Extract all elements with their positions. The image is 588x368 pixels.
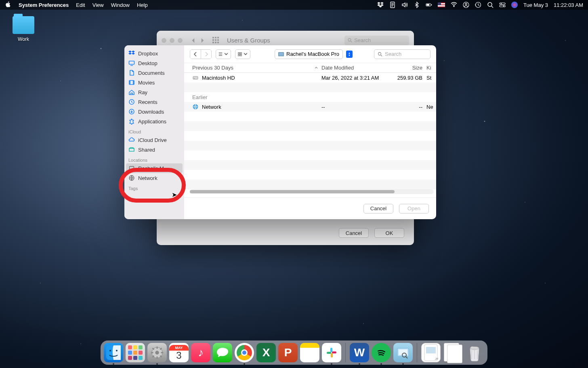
sidebar-item-icloud[interactable]: iCloud Drive: [124, 135, 184, 145]
spotlight-icon[interactable]: [487, 2, 494, 8]
dock-word[interactable]: W: [350, 343, 369, 362]
col-name-header[interactable]: Previous 30 Days: [192, 65, 233, 71]
col-kind-header[interactable]: Ki: [426, 65, 436, 71]
battery-icon[interactable]: [426, 2, 432, 8]
wifi-icon[interactable]: [451, 2, 457, 8]
svg-rect-35: [332, 351, 336, 353]
group-dropdown[interactable]: [235, 49, 250, 59]
dialog-search[interactable]: Search: [374, 49, 430, 59]
svg-point-9: [501, 3, 502, 4]
back-button[interactable]: [190, 50, 201, 59]
dropbox-icon[interactable]: [377, 2, 384, 8]
sidebar-item-documents[interactable]: Documents: [124, 68, 184, 78]
bg-search[interactable]: Search: [344, 36, 409, 45]
dock-finder[interactable]: [104, 343, 123, 362]
desktop-icon: [128, 60, 135, 66]
list-header[interactable]: Previous 30 Days Date Modified Size Ki: [184, 63, 436, 73]
dock-system-preferences[interactable]: [147, 343, 167, 362]
downloads-icon: [128, 108, 135, 115]
sidebar-item-recents[interactable]: Recents: [124, 97, 184, 107]
sidebar-item-applications[interactable]: Applications: [124, 116, 184, 126]
dock-messages[interactable]: [213, 343, 232, 362]
dock-excel[interactable]: X: [256, 343, 276, 362]
col-size-header[interactable]: Size: [390, 65, 426, 71]
menubar-date[interactable]: Tue May 3: [523, 2, 548, 8]
sidebar-item-desktop[interactable]: Desktop: [124, 58, 184, 68]
desktop-folder-work[interactable]: Work: [7, 16, 40, 42]
sidebar-item-label: Documents: [138, 70, 165, 76]
timemachine-icon[interactable]: [475, 2, 481, 8]
dock-downloads-stack[interactable]: [443, 343, 462, 362]
dock-calendar[interactable]: MAY3: [169, 343, 189, 362]
menu-window[interactable]: Window: [111, 2, 130, 8]
flag-icon[interactable]: [438, 2, 445, 7]
bg-nav[interactable]: [190, 37, 206, 44]
menu-help[interactable]: Help: [137, 2, 148, 8]
cancel-button[interactable]: Cancel: [363, 204, 393, 214]
file-size: --: [390, 104, 426, 110]
open-button[interactable]: Open: [399, 204, 429, 214]
sidebar-item-rachels-macbook[interactable]: Rachel's M…: [126, 163, 183, 173]
file-row-macintosh-hd[interactable]: Macintosh HD Mar 26, 2022 at 3:21 AM 259…: [184, 73, 436, 82]
sidebar-item-downloads[interactable]: Downloads: [124, 107, 184, 116]
todo-icon[interactable]: [389, 2, 396, 8]
sidebar-item-network[interactable]: Network: [124, 173, 184, 183]
dock-music[interactable]: ♪: [191, 343, 210, 362]
folder-icon: [13, 16, 34, 34]
dock-powerpoint[interactable]: P: [278, 343, 298, 362]
traffic-lights[interactable]: [162, 38, 183, 43]
path-stepper[interactable]: [346, 51, 353, 58]
dock-separator: [417, 343, 417, 362]
volume-icon[interactable]: [401, 2, 408, 8]
list-row-spacer: [184, 170, 436, 180]
sidebar-item-label: Rachel's M…: [138, 165, 169, 171]
dock-launchpad[interactable]: [126, 343, 145, 362]
menu-view[interactable]: View: [92, 2, 104, 8]
svg-rect-10: [500, 5, 505, 7]
section-earlier: Earlier: [184, 92, 436, 102]
menu-edit[interactable]: Edit: [76, 2, 85, 8]
file-kind: Ne: [426, 104, 436, 110]
dock-chrome[interactable]: [235, 343, 254, 362]
dropbox-icon: [128, 50, 135, 57]
grid-icon[interactable]: [212, 37, 220, 44]
menubar-time[interactable]: 11:22:03 AM: [554, 2, 583, 8]
dock-slack[interactable]: [322, 343, 341, 362]
horizontal-scrollbar[interactable]: [190, 189, 434, 194]
sidebar-item-shared[interactable]: Shared: [124, 145, 184, 154]
file-list[interactable]: Previous 30 Days Date Modified Size Ki M…: [184, 63, 436, 197]
siri-icon[interactable]: [511, 2, 518, 8]
dock-preview[interactable]: [393, 343, 413, 362]
file-size: 259.93 GB: [390, 75, 426, 81]
dialog-toolbar: Rachel's MacBook Pro Search: [184, 45, 436, 63]
dock-recent-doc[interactable]: JPG: [421, 343, 441, 362]
sidebar-item-movies[interactable]: Movies: [124, 78, 184, 87]
bg-cancel-button[interactable]: Cancel: [339, 228, 369, 238]
user-icon[interactable]: [463, 2, 469, 8]
svg-rect-13: [129, 61, 134, 64]
dialog-main: Rachel's MacBook Pro Search Previous 30 …: [184, 45, 436, 219]
svg-rect-2: [426, 4, 429, 6]
control-center-icon[interactable]: [499, 2, 506, 8]
file-row-network[interactable]: Network -- -- Ne: [184, 102, 436, 112]
apple-menu[interactable]: [5, 1, 11, 9]
sidebar-header-tags: Tags: [124, 183, 184, 192]
dock: MAY3 ♪ X P W JPG: [101, 341, 487, 365]
view-mode-dropdown[interactable]: [216, 49, 231, 59]
folder-label: Work: [7, 36, 40, 42]
icloud-icon: [128, 137, 135, 143]
path-control[interactable]: Rachel's MacBook Pro: [275, 49, 343, 59]
sidebar-item-dropbox[interactable]: Dropbox: [124, 49, 184, 58]
dock-trash[interactable]: [465, 343, 484, 362]
file-kind: St: [426, 75, 436, 81]
dock-spotify[interactable]: [372, 343, 391, 362]
bluetooth-icon[interactable]: [414, 2, 420, 8]
dock-notes[interactable]: [300, 343, 319, 362]
forward-button[interactable]: [201, 50, 211, 59]
bg-ok-button[interactable]: OK: [374, 228, 404, 238]
sidebar-item-label: Network: [138, 175, 158, 181]
col-date-header[interactable]: Date Modified: [321, 65, 390, 71]
app-name[interactable]: System Preferences: [19, 2, 69, 8]
laptop-icon: [278, 52, 284, 56]
sidebar-item-home[interactable]: Ray: [124, 87, 184, 97]
